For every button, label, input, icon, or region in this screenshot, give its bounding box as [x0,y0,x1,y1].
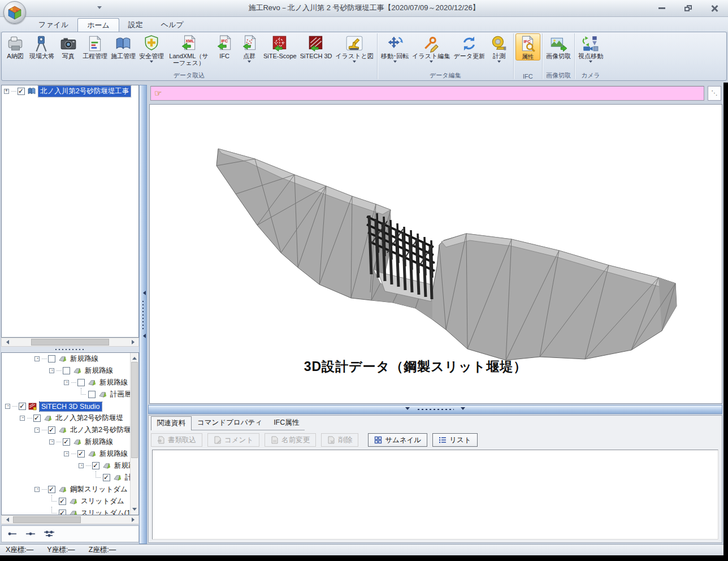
documents-content-area[interactable] [152,450,718,540]
collapse-down-icon[interactable] [461,407,465,412]
scroll-left-icon[interactable] [2,516,11,524]
viewpoint-move-button[interactable]: 視点移動 [577,33,605,64]
tree-row[interactable]: 新規路線 [2,365,138,377]
checkbox-unchecked[interactable] [77,379,85,386]
scroll-down-icon[interactable] [131,506,138,515]
node-link-start-icon[interactable] [7,530,18,537]
node-link-mid-icon[interactable] [25,530,36,537]
move-rotate-button[interactable]: 移動･回転 [379,33,411,64]
expand-plus-icon[interactable] [4,89,9,94]
checkbox-checked[interactable] [59,498,66,505]
checkbox-unchecked[interactable] [88,391,96,398]
tree-label[interactable]: スリットダム(1) [79,508,135,515]
attribute-button[interactable]: IFC 属性 [515,33,540,61]
tree-row[interactable]: 北ノ入第2号砂防堰堤 [2,424,138,436]
checkbox-unchecked[interactable] [48,355,55,363]
node-link-pair-icon[interactable] [44,530,55,538]
expand-minus-icon[interactable] [79,463,84,468]
image-clip-button[interactable]: 画像切取 [544,33,573,59]
import-documents-button[interactable]: 書類取込 [151,433,202,447]
tree-label[interactable]: 北ノ入第2号砂防堰堤 [68,425,139,435]
tree-label[interactable]: 新規路線 [98,448,129,459]
illust-zu-button[interactable]: イラストと図 [334,33,375,64]
ifc-import-button[interactable]: IFC IFC [212,33,237,59]
project-tree-hscrollbar[interactable] [1,338,139,347]
checkbox-checked[interactable] [63,438,70,446]
rename-button[interactable]: 名前変更 [265,433,316,447]
checkbox-unchecked[interactable] [63,367,70,374]
layer-tree-vscrollbar[interactable] [130,353,138,515]
expand-minus-icon[interactable] [20,416,25,421]
tree-label[interactable]: 北ノ入第2号砂防堰堤 [54,413,125,424]
scroll-right-icon[interactable] [129,516,138,524]
close-button[interactable] [705,3,722,13]
collapse-down-icon[interactable] [405,407,410,412]
list-view-button[interactable]: リスト [432,433,477,447]
scrollbar-thumb[interactable] [131,362,138,458]
delete-button[interactable]: 削除 [321,433,358,447]
tree-row[interactable]: 新規路線 [2,353,138,365]
tab-help[interactable]: ヘルプ [152,18,193,33]
genba-taisho-button[interactable]: 現場大将 [28,33,56,59]
expand-minus-icon[interactable] [34,356,40,361]
application-menu-button[interactable] [3,1,26,24]
illust-edit-button[interactable]: イラスト編集 [410,33,452,64]
checkbox-checked[interactable] [103,474,110,481]
tree-row-sitech[interactable]: SiTECH 3D Studio [2,400,138,412]
tengun-button[interactable]: 点群 [237,33,262,64]
tree-row[interactable]: 新規路線 [2,460,138,472]
expand-minus-icon[interactable] [49,368,54,373]
checkbox-checked[interactable] [77,450,85,458]
tab-settings[interactable]: 設定 [119,18,152,33]
tree-row-project[interactable]: 北ノ入川第2号砂防堰堤工事 [2,85,138,97]
tree-horizontal-splitter[interactable] [1,347,139,352]
tab-ifc-attributes[interactable]: IFC属性 [268,416,305,430]
tree-label[interactable]: 計画層 [109,389,133,400]
checkbox-checked[interactable] [19,403,26,410]
vertical-splitter[interactable] [139,85,147,544]
quick-access-dropdown-icon[interactable] [97,6,102,11]
anouzu-button[interactable]: A納図 [3,33,28,59]
tree-row[interactable]: 新規路線 [2,448,138,460]
tab-command-properties[interactable]: コマンドプロパティ [192,416,268,430]
anzen-kanri-button[interactable]: 安全管理 [137,33,166,64]
tree-row[interactable]: スリットダム(1) [2,507,138,515]
expand-minus-icon[interactable] [5,404,10,409]
scroll-left-icon[interactable] [2,338,11,346]
checkbox-checked[interactable] [33,415,41,422]
photo-button[interactable]: 写真 [56,33,81,59]
scroll-up-icon[interactable] [131,353,138,361]
tree-label[interactable]: 新規路線 [68,353,100,364]
tree-row[interactable]: 計画層 [2,389,138,400]
scroll-right-icon[interactable] [129,338,138,346]
tree-row[interactable]: 鋼製スリットダム [2,484,138,495]
checkbox-checked[interactable] [18,88,25,95]
scrollbar-thumb[interactable] [13,516,81,523]
checkbox-checked[interactable] [48,426,55,434]
tab-home[interactable]: ホーム [77,18,119,33]
expand-minus-icon[interactable] [34,428,40,433]
project-tree-panel[interactable]: 北ノ入川第2号砂防堰堤工事 [1,85,139,338]
3d-viewport[interactable]: 3D設計データ（鋼製スリット堰堤） [149,104,722,404]
collapse-left-icon[interactable] [141,334,146,338]
checkbox-checked[interactable] [48,486,55,493]
tab-file[interactable]: ファイル [29,18,77,33]
collapse-left-icon[interactable] [141,291,146,295]
checkbox-checked[interactable] [92,462,99,469]
tree-row[interactable]: スリットダム [2,495,138,507]
expand-minus-icon[interactable] [49,439,54,445]
layer-tree-panel[interactable]: 新規路線 新規路線 新規路線 計画層 SiTECH 3D Studio 北ノ入第… [1,352,139,515]
thumbnail-view-button[interactable]: サムネイル [368,433,427,447]
data-update-button[interactable]: データ更新 [452,33,487,59]
tree-label[interactable]: 新規路線 [83,365,115,376]
scrollbar-thumb[interactable] [31,339,109,346]
tree-label[interactable]: SiTECH 3D Studio [40,402,102,411]
expand-minus-icon[interactable] [64,451,69,456]
tree-label[interactable]: 北ノ入川第2号砂防堰堤工事 [38,86,131,97]
measure-button[interactable]: 計測 [487,33,512,64]
expand-minus-icon[interactable] [64,380,69,385]
tree-label[interactable]: スリットダム [79,496,126,507]
tree-row[interactable]: 計画層 [2,472,138,484]
layer-tree-hscrollbar[interactable] [1,515,139,524]
tab-related-documents[interactable]: 関連資料 [151,416,192,430]
